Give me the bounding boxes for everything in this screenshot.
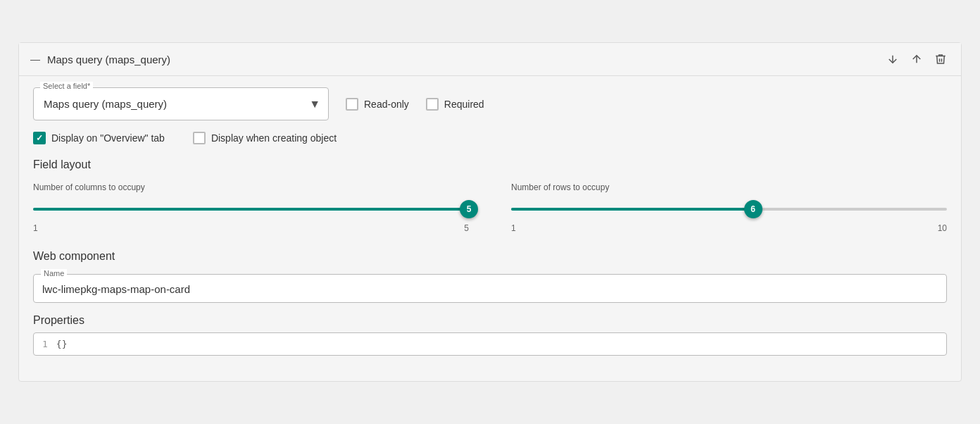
rows-slider-label: Number of rows to occupy [511, 182, 947, 192]
rows-max-label: 10 [938, 223, 947, 233]
web-component-section: Web component Name lwc-limepkg-maps-map-… [33, 250, 947, 303]
rows-slider-range: 1 10 [511, 223, 947, 233]
header-title: Maps query (maps_query) [47, 54, 884, 66]
columns-max-label: 5 [464, 223, 469, 233]
web-component-name-wrapper: Name lwc-limepkg-maps-map-on-card [33, 274, 947, 303]
web-component-name-value[interactable]: lwc-limepkg-maps-map-on-card [42, 280, 938, 295]
rows-slider-fill [511, 208, 753, 211]
read-only-checkbox[interactable] [346, 98, 358, 111]
required-group: Required [426, 98, 484, 111]
rows-min-label: 1 [511, 223, 516, 233]
field-select[interactable]: Maps query (maps_query) [33, 87, 329, 120]
web-component-title: Web component [33, 250, 947, 263]
sliders-row: Number of columns to occupy 5 1 5 [33, 182, 947, 233]
card-header: — Maps query (maps_query) [19, 43, 961, 76]
code-content: {} [56, 339, 68, 349]
properties-title: Properties [33, 314, 947, 327]
columns-slider-track: 5 [33, 208, 469, 211]
rows-slider-group: Number of rows to occupy 6 1 10 [511, 182, 947, 233]
field-layout-title: Field layout [33, 158, 947, 171]
display-checkboxes-row: Display on "Overview" tab Display when c… [33, 132, 947, 144]
web-component-name-label: Name [41, 269, 67, 278]
field-select-wrapper: Select a field* Maps query (maps_query) … [33, 87, 329, 120]
columns-slider-fill [33, 208, 469, 211]
move-down-button[interactable] [884, 51, 902, 67]
rows-slider-track: 6 [511, 208, 947, 211]
line-number: 1 [42, 339, 48, 349]
field-config-card: — Maps query (maps_query) Select a field… [18, 42, 962, 382]
move-up-button[interactable] [907, 51, 926, 67]
top-row: Select a field* Maps query (maps_query) … [33, 87, 947, 120]
properties-section: Properties 1 {} [33, 314, 947, 356]
card-body: Select a field* Maps query (maps_query) … [19, 76, 961, 367]
columns-slider-label: Number of columns to occupy [33, 182, 469, 192]
display-overview-label: Display on "Overview" tab [51, 132, 165, 144]
header-actions [884, 51, 950, 67]
collapse-icon[interactable]: — [30, 54, 40, 65]
required-label: Required [444, 99, 484, 110]
field-select-label: Select a field* [40, 82, 93, 90]
properties-editor[interactable]: 1 {} [33, 332, 947, 356]
rows-slider-thumb[interactable]: 6 [744, 200, 762, 218]
display-creating-checkbox[interactable] [193, 132, 206, 144]
display-overview-group: Display on "Overview" tab [33, 132, 165, 144]
display-creating-label: Display when creating object [211, 132, 337, 144]
display-overview-checkbox[interactable] [33, 132, 46, 144]
read-only-group: Read-only [346, 98, 409, 111]
columns-min-label: 1 [33, 223, 38, 233]
columns-slider-thumb[interactable]: 5 [460, 200, 478, 218]
rows-slider-container: 6 [511, 198, 947, 220]
display-creating-group: Display when creating object [193, 132, 337, 144]
columns-slider-container: 5 [33, 198, 469, 220]
read-only-label: Read-only [364, 99, 409, 110]
required-checkbox[interactable] [426, 98, 439, 111]
columns-slider-group: Number of columns to occupy 5 1 5 [33, 182, 469, 233]
field-layout-section: Field layout Number of columns to occupy… [33, 158, 947, 233]
delete-button[interactable] [931, 51, 950, 67]
columns-slider-range: 1 5 [33, 223, 469, 233]
